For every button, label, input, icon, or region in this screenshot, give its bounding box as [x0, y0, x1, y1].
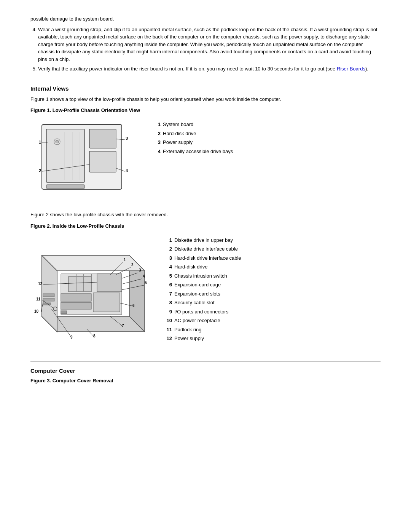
- chassis-top-view-svg: 1 2 3 4: [30, 117, 137, 201]
- internal-views-title: Internal Views: [30, 85, 381, 92]
- legend-label: Externally accessible drive bays: [163, 148, 233, 155]
- figure2-image: 1 2 3 4 5 6: [30, 233, 148, 352]
- legend-label: Expansion-card cage: [174, 281, 221, 289]
- svg-rect-25: [68, 276, 91, 292]
- svg-rect-34: [43, 303, 51, 305]
- step4-text: Wear a wrist grounding strap, and clip i…: [38, 27, 377, 62]
- svg-rect-3: [89, 129, 116, 148]
- internal-views-section: Internal Views Figure 1 shows a top view…: [30, 85, 381, 352]
- legend-num: 5: [164, 272, 172, 280]
- svg-rect-2: [89, 151, 116, 172]
- legend-item: 3Power supply: [152, 139, 381, 146]
- figure1-title: Figure 1. Low-Profile Chassis Orientatio…: [30, 107, 381, 113]
- legend-item: 12Power supply: [164, 335, 381, 342]
- legend-num: 6: [164, 281, 172, 289]
- figure1-container: 1 2 3 4 1System board2Hard-disk drive3Po…: [30, 117, 381, 202]
- legend-label: Chassis intrusion switch: [174, 272, 227, 280]
- legend-num: 12: [164, 335, 172, 342]
- svg-text:5: 5: [145, 281, 147, 285]
- svg-rect-4: [46, 185, 84, 189]
- legend-item: 4Externally accessible drive bays: [152, 148, 381, 155]
- legend-item: 2Hard-disk drive: [152, 130, 381, 137]
- svg-marker-20: [42, 256, 145, 271]
- legend-num: 8: [164, 299, 172, 307]
- figure3-title: Figure 3. Computer Cover Removal: [30, 378, 381, 383]
- figure1-intro-text: Figure 1 shows a top view of the low-pro…: [30, 96, 381, 103]
- legend-label: Expansion-card slots: [174, 290, 220, 298]
- svg-text:8: 8: [93, 334, 96, 338]
- legend-item: 10AC power receptacle: [164, 317, 381, 324]
- svg-rect-26: [93, 293, 120, 312]
- figure1-legend: 1System board2Hard-disk drive3Power supp…: [152, 117, 381, 157]
- legend-label: Security cable slot: [174, 299, 215, 307]
- svg-rect-30: [61, 294, 91, 301]
- legend-label: Hard-disk drive: [163, 130, 196, 137]
- legend-label: Diskette drive interface cable: [174, 245, 238, 253]
- legend-item: 11Padlock ring: [164, 326, 381, 334]
- figure2-legend: 1Diskette drive in upper bay2Diskette dr…: [164, 233, 381, 344]
- legend-item: 6Expansion-card cage: [164, 281, 381, 289]
- legend-item: 2Diskette drive interface cable: [164, 245, 381, 253]
- legend-label: Hard-disk drive interface cable: [174, 254, 241, 262]
- legend-num: 1: [164, 236, 172, 244]
- legend-num: 10: [164, 317, 172, 324]
- section-divider-2: [30, 361, 381, 361]
- svg-rect-35: [61, 311, 67, 314]
- legend-item: 8Security cable slot: [164, 299, 381, 307]
- figure1-image: 1 2 3 4: [30, 117, 137, 202]
- svg-text:3: 3: [126, 136, 128, 141]
- damage-note: possible damage to the system board.: [30, 15, 381, 23]
- legend-item: 4Hard-disk drive: [164, 263, 381, 271]
- legend-item: 3Hard-disk drive interface cable: [164, 254, 381, 262]
- svg-text:11: 11: [36, 297, 41, 301]
- legend-item: 1System board: [152, 121, 381, 128]
- legend-item: 1Diskette drive in upper bay: [164, 236, 381, 244]
- svg-text:7: 7: [122, 324, 124, 328]
- step5-prefix: Verify that the auxiliary power indicato…: [38, 66, 337, 72]
- svg-marker-24: [97, 274, 122, 292]
- legend-num: 9: [164, 308, 172, 316]
- svg-text:4: 4: [126, 168, 128, 173]
- svg-text:1: 1: [39, 140, 41, 144]
- legend-item: 7Expansion-card slots: [164, 290, 381, 298]
- legend-num: 3: [164, 254, 172, 262]
- legend-num: 2: [164, 245, 172, 253]
- legend-num: 4: [152, 148, 161, 155]
- svg-text:2: 2: [39, 168, 41, 173]
- step-5: Verify that the auxiliary power indicato…: [38, 65, 381, 73]
- legend-num: 4: [164, 263, 172, 271]
- legend-num: 7: [164, 290, 172, 298]
- chassis-inside-svg: 1 2 3 4 5 6: [30, 233, 148, 351]
- section-divider-1: [30, 79, 381, 79]
- legend-num: 11: [164, 326, 172, 334]
- legend-label: Padlock ring: [174, 326, 202, 334]
- legend-num: 2: [152, 130, 161, 137]
- riser-boards-link[interactable]: Riser Boards: [337, 66, 365, 72]
- numbered-list: Wear a wrist grounding strap, and clip i…: [38, 26, 381, 73]
- figure2-intro-text: Figure 2 shows the low-profile chassis w…: [30, 211, 381, 219]
- svg-rect-33: [43, 298, 54, 301]
- svg-text:1: 1: [124, 258, 126, 262]
- legend-label: Hard-disk drive: [174, 263, 207, 271]
- legend-label: Power supply: [163, 139, 193, 146]
- legend-label: System board: [163, 121, 193, 128]
- legend-label: I/O ports and connectors: [174, 308, 228, 316]
- legend-num: 3: [152, 139, 161, 146]
- svg-text:3: 3: [139, 268, 141, 272]
- computer-cover-section: Computer Cover Figure 3. Computer Cover …: [30, 367, 381, 383]
- intro-section: possible damage to the system board. Wea…: [30, 15, 381, 73]
- svg-text:10: 10: [34, 309, 39, 313]
- legend-num: 1: [152, 121, 161, 128]
- legend-item: 9I/O ports and connectors: [164, 308, 381, 316]
- computer-cover-title: Computer Cover: [30, 367, 381, 374]
- step-4: Wear a wrist grounding strap, and clip i…: [38, 26, 381, 63]
- figure2-title: Figure 2. Inside the Low-Profile Chassis: [30, 223, 381, 229]
- svg-text:4: 4: [143, 274, 145, 278]
- legend-label: AC power receptacle: [174, 317, 220, 324]
- figure2-container: 1 2 3 4 5 6: [30, 233, 381, 352]
- svg-rect-32: [43, 294, 54, 297]
- svg-point-6: [56, 140, 59, 143]
- svg-rect-31: [61, 302, 91, 309]
- svg-text:9: 9: [70, 335, 73, 339]
- legend-label: Power supply: [174, 335, 204, 342]
